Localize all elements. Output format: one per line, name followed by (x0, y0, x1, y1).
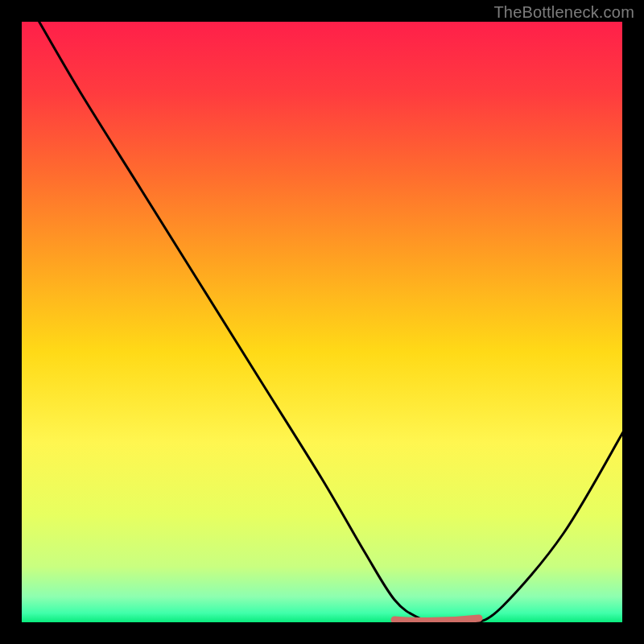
chart-svg (0, 0, 644, 644)
accent-segment (394, 618, 479, 621)
chart-stage: TheBottleneck.com (0, 0, 644, 644)
plot-background (20, 20, 624, 624)
watermark-text: TheBottleneck.com (493, 3, 634, 22)
